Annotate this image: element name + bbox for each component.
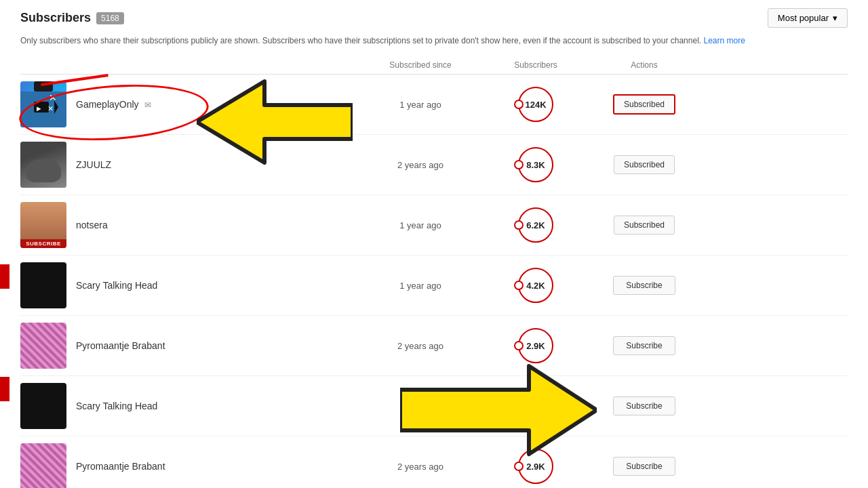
- action-col: Subscribed: [590, 216, 698, 235]
- sub-count-badge: 2.9K: [518, 449, 553, 484]
- subscribe-button[interactable]: Subscribe: [613, 336, 675, 355]
- action-col: Subscribe: [590, 457, 698, 476]
- subscriber-count: 6.2K: [481, 207, 590, 243]
- page-title-section: Subscribers 5168: [20, 11, 124, 25]
- sub-count-badge: 4.2K: [518, 268, 553, 303]
- table-row: Scary Talking Head 1 year ago 4.2K Subsc…: [20, 256, 848, 316]
- channel-name: notsera: [76, 220, 108, 230]
- col-header-subscribed-since: Subscribed since: [359, 60, 481, 70]
- subscriber-count: 124K: [481, 87, 590, 122]
- sort-dropdown[interactable]: Most popular ▾: [768, 8, 848, 28]
- avatar: [20, 323, 66, 369]
- svg-text:▶: ▶: [37, 106, 41, 112]
- channel-name: ZJUULZ: [76, 159, 111, 170]
- subscribed-since: 1 year ago: [359, 100, 481, 110]
- channel-name: Pyromaantje Brabant: [76, 461, 165, 472]
- subscribed-since: 2 years ago: [359, 462, 481, 472]
- sub-count-badge: 8.3K: [518, 147, 553, 182]
- sort-arrow: ▾: [833, 13, 837, 23]
- channel-info: SUBSCRIBE notsera: [20, 202, 359, 248]
- sub-count-badge: 2.9K: [518, 328, 553, 363]
- table-row: ZJUULZ 2 years ago 8.3K Subscribed: [20, 135, 848, 195]
- svg-text:✕: ✕: [47, 104, 54, 113]
- table-row: Pyromaantje Brabant 2 years ago 2.9K Sub…: [20, 436, 848, 488]
- subscribed-since: 1 year ago: [359, 281, 481, 291]
- avatar: [20, 383, 66, 429]
- subscribed-since: 1 year ago: [359, 401, 481, 411]
- subscribe-button[interactable]: Subscribe: [613, 276, 675, 295]
- action-col: Subscribed: [590, 155, 698, 174]
- col-header-subscribers: Subscribers: [481, 60, 590, 70]
- annotation-sidebar-red-bottom: [0, 377, 9, 401]
- subscribe-button[interactable]: Subscribe: [613, 457, 675, 476]
- channel-info: ▶ ✕ GameplayOnly ✉: [20, 81, 359, 127]
- avatar: [20, 262, 66, 308]
- col-header-actions: Actions: [590, 60, 698, 70]
- subscriber-count: 4.2K: [481, 268, 590, 303]
- table-row: Scary Talking Head 1 year ago 4.2K Subsc…: [20, 376, 848, 436]
- subscribed-since: 2 years ago: [359, 160, 481, 170]
- sub-count-badge: 4.2K: [518, 388, 553, 424]
- sub-count-badge: 6.2K: [518, 207, 553, 243]
- channel-name: Scary Talking Head: [76, 401, 157, 411]
- subscriber-count: 2.9K: [481, 328, 590, 363]
- action-col: Subscribed: [590, 94, 698, 115]
- page-title: Subscribers: [20, 11, 91, 25]
- sort-label: Most popular: [778, 13, 829, 23]
- table-row: ▶ ✕ GameplayOnly ✉ 1 year ago 124K Subsc…: [20, 75, 848, 135]
- info-text: Only subscribers who share their subscri…: [20, 35, 848, 47]
- subscribe-button[interactable]: Subscribe: [613, 396, 675, 415]
- channel-name: Scary Talking Head: [76, 280, 157, 291]
- channel-info: Pyromaantje Brabant: [20, 323, 359, 369]
- channel-info: Scary Talking Head: [20, 383, 359, 429]
- channel-name: Pyromaantje Brabant: [76, 340, 165, 351]
- avatar: [20, 142, 66, 188]
- channel-info: ZJUULZ: [20, 142, 359, 188]
- subscribed-button[interactable]: Subscribed: [614, 155, 675, 174]
- sub-count-badge: 124K: [518, 87, 553, 122]
- table-header: Subscribed since Subscribers Actions: [20, 56, 848, 75]
- action-col: Subscribe: [590, 336, 698, 355]
- action-col: Subscribe: [590, 276, 698, 295]
- learn-more-link[interactable]: Learn more: [703, 36, 745, 45]
- avatar: ▶ ✕: [20, 81, 66, 127]
- subscriber-count: 8.3K: [481, 147, 590, 182]
- avatar: [20, 443, 66, 488]
- subscribed-button[interactable]: Subscribed: [613, 94, 675, 115]
- channel-name: GameplayOnly ✉: [76, 99, 151, 110]
- subscriber-count: 4.2K: [481, 388, 590, 424]
- subscriber-count-badge: 5168: [96, 12, 124, 24]
- subscribed-button[interactable]: Subscribed: [614, 216, 675, 235]
- avatar: SUBSCRIBE: [20, 202, 66, 248]
- channel-info: Pyromaantje Brabant: [20, 443, 359, 488]
- subscriber-count: 2.9K: [481, 449, 590, 484]
- subscribed-since: 1 year ago: [359, 220, 481, 230]
- subscribed-since: 2 years ago: [359, 341, 481, 351]
- action-col: Subscribe: [590, 396, 698, 415]
- table-row: Pyromaantje Brabant 2 years ago 2.9K Sub…: [20, 316, 848, 376]
- table-row: SUBSCRIBE notsera 1 year ago 6.2K Subscr…: [20, 195, 848, 256]
- annotation-sidebar-red-top: [0, 264, 9, 289]
- channel-info: Scary Talking Head: [20, 262, 359, 308]
